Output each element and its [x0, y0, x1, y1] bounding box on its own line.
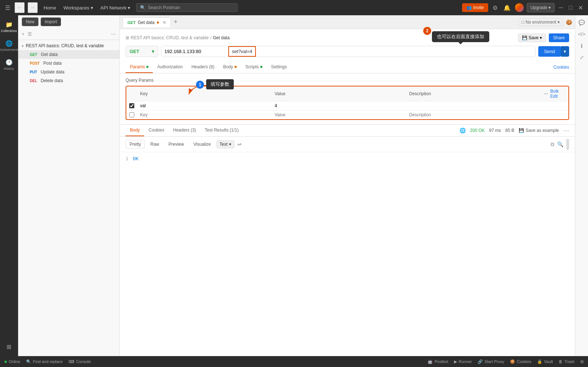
filter-icon[interactable]: ☰: [28, 31, 32, 37]
format-pretty[interactable]: Pretty: [126, 140, 145, 149]
url-param-highlighted[interactable]: set?val=4: [228, 46, 256, 57]
avatar[interactable]: [515, 3, 524, 12]
resp-tab-headers[interactable]: Headers (3): [169, 125, 200, 136]
tab-authorization[interactable]: Authorization: [153, 61, 187, 73]
settings-icon[interactable]: ⚙: [491, 3, 499, 13]
forward-icon[interactable]: →: [28, 2, 38, 13]
row1-key-input[interactable]: [140, 103, 275, 108]
close-tab-icon[interactable]: ✕: [163, 20, 166, 25]
collection-request-get-data[interactable]: GET Get data: [18, 50, 119, 59]
method-select[interactable]: GET ▾: [126, 46, 158, 57]
cookies-btn[interactable]: 🍪 Cookies: [510, 359, 531, 364]
postbot-btn[interactable]: 🤖 Postbot: [428, 359, 448, 364]
new-btn[interactable]: New: [22, 17, 38, 26]
send-btn[interactable]: Send: [538, 46, 561, 57]
breadcrumb-separator: /: [210, 35, 211, 40]
request-tab[interactable]: GET Get data ✕: [123, 17, 171, 27]
invite-btn[interactable]: 👥 Invite: [462, 3, 488, 12]
resp-tab-test-results[interactable]: Test Results (1/1): [200, 125, 243, 136]
expand-icon[interactable]: ⤢: [578, 53, 585, 62]
add-collection-icon[interactable]: +: [22, 31, 25, 37]
bell-icon[interactable]: 🔔: [502, 3, 512, 13]
tab-scripts[interactable]: Scripts: [241, 61, 267, 73]
send-btn-group: Send ▾: [538, 46, 569, 57]
url-base-input[interactable]: [162, 46, 228, 57]
start-proxy-btn[interactable]: 🔗 Start Proxy: [478, 359, 504, 364]
collection-name-item[interactable]: ▾ REST API basics: CRUD, test & variable: [18, 41, 119, 50]
cookies-icon-tab[interactable]: 🍪: [566, 19, 572, 25]
collection-request-post-data[interactable]: POST Post data: [18, 59, 119, 68]
sidebar-item-mock[interactable]: ⊞: [1, 340, 17, 353]
bulk-edit-btn[interactable]: Bulk Edit: [550, 89, 565, 99]
share-btn[interactable]: Share: [549, 33, 569, 42]
sidebar-item-history[interactable]: 🕐 History: [1, 56, 17, 73]
tab-headers[interactable]: Headers (8): [187, 61, 219, 73]
upgrade-btn[interactable]: Upgrade ▾: [527, 3, 555, 12]
new-tab-btn[interactable]: +: [171, 18, 181, 26]
back-icon[interactable]: ←: [15, 2, 25, 13]
more-options-icon[interactable]: ⋯: [111, 31, 116, 37]
trash-btn[interactable]: 🗑 Trash: [559, 359, 575, 364]
workspaces-btn[interactable]: Workspaces ▾: [61, 4, 96, 12]
find-replace-btn[interactable]: 🔍 Find and replace: [26, 359, 63, 364]
tab-body[interactable]: Body: [219, 61, 241, 73]
format-visualize[interactable]: Visualize: [189, 140, 215, 149]
invite-icon: 👥: [466, 5, 472, 10]
tab-settings[interactable]: Settings: [267, 61, 291, 73]
row1-checkbox[interactable]: [129, 103, 134, 108]
collections-panel: New Import + ☰ ⋯ ▾ REST API basics: CRUD…: [18, 15, 120, 356]
response-more-icon[interactable]: ⋯: [563, 127, 569, 134]
code-icon[interactable]: </>: [576, 30, 587, 39]
resp-tab-body[interactable]: Body: [126, 125, 144, 136]
online-status[interactable]: Online: [4, 359, 20, 364]
tab-params[interactable]: Params: [126, 61, 153, 73]
format-raw[interactable]: Raw: [146, 140, 163, 149]
search-bar[interactable]: 🔍 Search Postman: [136, 3, 238, 12]
save-example-btn[interactable]: 💾 Save as example: [519, 128, 559, 133]
breadcrumb: ⊞ REST API basics: CRUD, test & variable…: [126, 33, 569, 42]
minimize-icon[interactable]: ─: [558, 3, 564, 12]
save-btn[interactable]: 💾 Save ▾: [518, 33, 546, 42]
badge-1: 1: [196, 81, 204, 89]
menu-icon[interactable]: ☰: [4, 3, 12, 13]
format-preview[interactable]: Preview: [164, 140, 188, 149]
home-btn[interactable]: Home: [41, 4, 59, 12]
row2-key-input[interactable]: [140, 112, 275, 117]
vault-btn[interactable]: 🔒 Vault: [537, 359, 553, 364]
collection-request-put-data[interactable]: PUT Update data: [18, 68, 119, 76]
row2-value-input[interactable]: [275, 112, 409, 117]
import-btn[interactable]: Import: [41, 17, 61, 26]
console-btn[interactable]: ⌨ Console: [69, 359, 91, 364]
cookies-link[interactable]: Cookies: [554, 65, 569, 70]
copy-response-icon[interactable]: ⧉: [551, 141, 554, 148]
send-dropdown-btn[interactable]: ▾: [561, 46, 569, 57]
row2-checkbox[interactable]: [129, 112, 134, 117]
grid-icon-btn[interactable]: ⊞: [580, 359, 584, 364]
row2-desc-input[interactable]: [409, 112, 544, 117]
comment-icon[interactable]: 💬: [577, 18, 586, 27]
row1-value-input[interactable]: [275, 103, 409, 108]
text-mode-select[interactable]: Text ▾: [216, 140, 234, 148]
sidebar-item-collections[interactable]: 📁 Collections: [1, 18, 17, 36]
cookies-icon-status: 🍪: [510, 359, 515, 364]
close-icon[interactable]: ✕: [577, 3, 584, 13]
env-dropdown[interactable]: □ No environment ▾: [518, 18, 563, 26]
info-icon[interactable]: ℹ: [579, 41, 584, 50]
search-response-icon[interactable]: 🔍: [557, 141, 563, 148]
maximize-icon[interactable]: □: [567, 3, 574, 12]
url-rest-input[interactable]: [256, 46, 535, 57]
resp-tab-cookies[interactable]: Cookies: [144, 125, 168, 136]
tabs-nav: Params Authorization Headers (8) Body Sc…: [120, 61, 575, 73]
word-wrap-icon[interactable]: ⇌: [237, 141, 242, 147]
more-params-icon[interactable]: ⋯: [544, 91, 548, 96]
scrollbar[interactable]: [566, 139, 569, 150]
sidebar-item-environments[interactable]: 🌐 Environments: [1, 37, 17, 55]
grid-icon: ⊞: [580, 359, 584, 364]
row1-desc-input[interactable]: [409, 103, 544, 108]
history-icon: 🕐: [5, 59, 13, 66]
params-area: Query Params 1 填写参数: [120, 73, 575, 124]
api-network-btn[interactable]: API Network ▾: [98, 4, 134, 12]
runner-btn[interactable]: ▶ Runner: [454, 359, 472, 364]
collections-icon: 📁: [5, 21, 13, 28]
collection-request-del-data[interactable]: DEL Delete data: [18, 76, 119, 85]
